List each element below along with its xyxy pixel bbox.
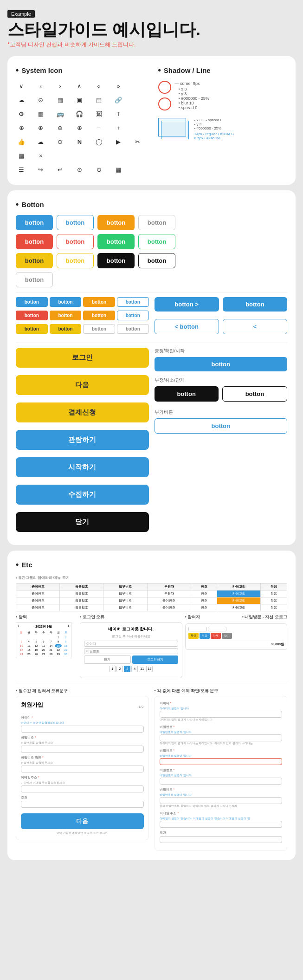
pag-btn-1[interactable]: 1 [109,666,116,672]
cal-prev[interactable]: ‹ [18,624,19,629]
btn-next[interactable]: 다음 [16,375,149,395]
rf-input-6[interactable] [160,821,283,828]
sm-btn-blue-2[interactable]: botton [50,297,82,307]
rf-hint-6a: 이메일의 설명이 있습니다. 이메일의 설명이 있습니다 이메일의 설명이 있 [160,817,283,821]
btn-yellow-outline[interactable]: botton [57,253,94,268]
circle3-icon: ◯ [93,136,104,148]
form-label-condition: 조건 [21,795,144,800]
btn-gray-outline[interactable]: botton [138,215,175,230]
right-etc-section: • 로그인 오류 네이버 로그아웃 합니다. 로그인 후 다시 이용하세요 닫기… [80,614,287,678]
btn-left-only[interactable]: < [223,319,287,334]
btn-negative-black[interactable]: botton [155,386,219,402]
modal-confirm-btn[interactable]: 로그인하기 [132,655,178,664]
btn-positive[interactable]: botton [155,357,288,371]
btn-black-outline[interactable]: botton [138,253,175,268]
sm-btn-yellow-1[interactable]: botton [16,324,48,334]
minus-icon: − [93,123,104,134]
rf-input-5[interactable] [160,797,283,804]
rf-label-5: 비밀번호 * [160,787,283,792]
rf-input-7[interactable] [160,836,283,843]
btn-plain-blue[interactable]: botton [223,297,287,312]
table-row: 중이번호 등록일② 업부번호 중이번호 번호 카테고리 작용 [16,597,287,604]
modal-id-input[interactable] [84,641,178,647]
modal-cancel-btn[interactable]: 닫기 [84,655,131,664]
price-input-1[interactable] [188,627,207,631]
btn-yellow-filled[interactable]: botton [16,253,53,268]
rf-hint-1a: 아이디의 설명이 입니다 [160,707,283,711]
btn-extra[interactable]: botton [155,418,288,434]
placeholder7-icon [93,150,104,162]
app-icon: ▦ [35,109,46,120]
modal-price-row: • 로그인 오류 네이버 로그아웃 합니다. 로그인 후 다시 이용하세요 닫기… [80,614,287,678]
table-header-3: 업부번호 [103,583,147,590]
sm-btn-gray-2[interactable]: botton [117,324,149,334]
rf-input-4[interactable] [160,778,283,785]
form-input-pw-confirm[interactable] [21,766,144,772]
btn-green-outline[interactable]: botton [138,234,175,249]
rf-input-1[interactable] [160,711,283,718]
sm-btn-red-1[interactable]: botton [16,311,48,320]
btn-negative-outline[interactable]: botton [222,386,287,402]
form-submit-btn[interactable]: 다음 [21,813,144,829]
rf-hint-5a: 비밀번호의 설명이 입니다 [160,793,283,797]
cal-header-sat: 토 [62,630,69,635]
btn-blue-outline[interactable]: botton [57,215,94,230]
rf-input-2[interactable] [160,734,283,741]
btn-close[interactable]: 닫기 [16,512,149,532]
price-total: 38,000원 [188,641,284,647]
chevron-left-icon: ‹ [35,81,46,92]
arrow-btn-section: botton > botton < botton < [155,297,288,338]
table-header-5: 번호 [191,583,217,590]
rf-hint-3a: 비밀번호의 설명이 입니다 [160,754,283,758]
sm-btn-outline-blue-2[interactable]: botton [117,311,149,320]
btn-green-filled[interactable]: botton [97,234,135,249]
rf-label-7: 조건 [160,831,283,835]
btn-black-filled[interactable]: botton [97,253,135,268]
sm-btn-orange-2[interactable]: botton [50,311,82,320]
btn-payment[interactable]: 결제신청 [16,402,149,422]
btn-arrow-left[interactable]: < botton [155,319,219,334]
btn-red-filled[interactable]: botton [16,234,53,249]
cal-next[interactable]: › [68,624,69,629]
botton-card: Botton botton botton botton botton botto… [7,190,296,545]
sm-btn-outline-blue-1[interactable]: botton [117,297,149,307]
sm-btn-orange-1[interactable]: botton [83,297,115,307]
btn-collect[interactable]: 수집하기 [16,485,149,505]
btn-orange-filled[interactable]: botton [97,215,135,230]
form-input-id[interactable] [21,726,144,733]
price-btn-close[interactable]: 닫기 [222,633,232,639]
price-btn-delete[interactable]: 삭제 [211,633,221,639]
pag-btn-4[interactable]: 4 [131,666,138,672]
pag-btn-2[interactable]: 2 [116,666,123,672]
btn-start[interactable]: 시작하기 [16,457,149,477]
btn-login[interactable]: 로그인 [16,348,149,368]
form-hint-id: 아이디는 영어만 입력하세요입니다 [21,721,144,725]
form-hint-pw-confirm: 비밀번호를 입력해 주세요 [21,761,144,765]
image-icon: 🖼 [93,109,104,120]
form-input-email[interactable] [21,785,144,792]
btn-blue-filled[interactable]: botton [16,215,53,230]
price-btn-confirm[interactable]: 확인 [188,633,199,639]
btn-red-outline[interactable]: botton [57,234,94,249]
rf-field-7: 조건 [160,831,283,843]
cal-header-sun: 일 [18,630,25,635]
icon-shadow-card: System Icon ∨ ‹ › ∧ « » ☁ ⊙ ▦ ▣ ▤ 🔗 [7,56,296,185]
pag-btn-11[interactable]: 11 [139,666,145,672]
price-input-2[interactable] [208,627,226,631]
pag-btn-12[interactable]: 12 [146,666,153,672]
sm-btn-orange-3[interactable]: botton [83,311,115,320]
btn-single-gray[interactable]: botton [16,272,53,287]
shadow-circle-top [158,81,171,94]
form-input-pw[interactable] [21,746,144,753]
form-input-condition[interactable] [21,801,144,808]
btn-arrow-right[interactable]: botton > [155,297,219,312]
sm-btn-gray-1[interactable]: botton [83,324,115,334]
rf-input-3[interactable] [160,758,283,765]
sm-btn-yellow-2[interactable]: botton [50,324,82,334]
modal-pw-input[interactable] [84,648,178,654]
text-icon: T [113,109,124,120]
sm-btn-blue-1[interactable]: botton [16,297,48,307]
price-btn-save[interactable]: 저장 [200,633,210,639]
pag-btn-3[interactable]: 3 [124,666,130,672]
btn-watch[interactable]: 관람하기 [16,430,149,450]
